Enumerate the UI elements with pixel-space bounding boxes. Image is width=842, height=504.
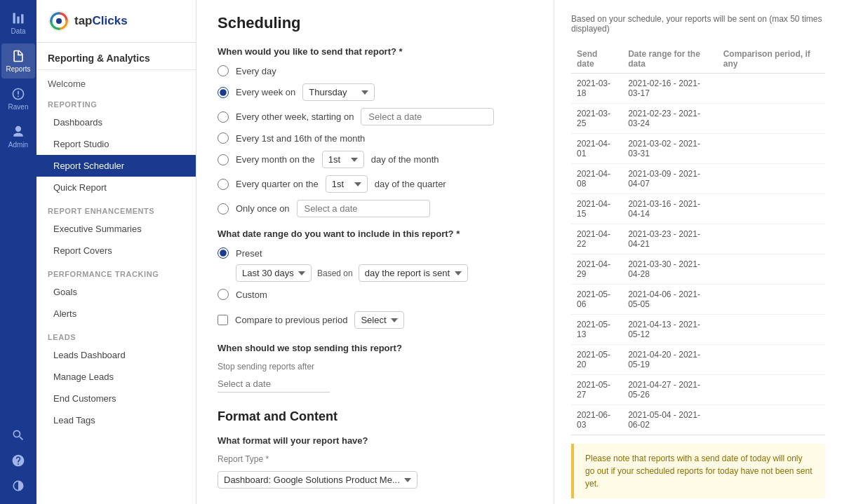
tapclicks-logo-icon: [48, 10, 70, 32]
option-1st-16th: Every 1st and 16th of the month: [218, 132, 533, 144]
svg-point-1: [56, 18, 62, 24]
rail-theme[interactable]: [1, 473, 35, 498]
report-type-select[interactable]: Dashboard: Google Solutions Product Me..…: [218, 471, 417, 489]
option-every-week: Every week on Sunday Monday Tuesday Wedn…: [218, 83, 533, 101]
sidebar-item-report-scheduler[interactable]: Report Scheduler: [36, 155, 196, 177]
compare-checkbox[interactable]: [218, 315, 228, 325]
report-type-label: Report Type *: [218, 454, 533, 464]
admin-icon: [11, 125, 25, 139]
radio-custom[interactable]: [218, 289, 229, 300]
radio-1st-16th[interactable]: [218, 132, 229, 144]
sidebar-item-goals[interactable]: Goals: [36, 281, 196, 303]
label-every-quarter-post: day of the quarter: [375, 179, 446, 189]
rail-item-raven[interactable]: Raven: [1, 81, 35, 116]
radio-every-week[interactable]: [218, 87, 229, 98]
cell-date-range: 2021-03-30 - 2021-04-28: [622, 254, 718, 285]
section-label-leads: LEADS: [36, 325, 196, 344]
cell-date-range: 2021-04-20 - 2021-05-19: [622, 345, 718, 375]
radio-every-other-week[interactable]: [218, 111, 229, 123]
sidebar-item-report-covers[interactable]: Report Covers: [36, 240, 196, 261]
sidebar-section-enhancements: REPORT ENHANCEMENTS Executive Summaries …: [36, 198, 196, 261]
rail-label-data: Data: [11, 27, 25, 35]
stop-date-input[interactable]: [218, 376, 330, 393]
other-week-date-input[interactable]: [361, 108, 494, 125]
rail-item-admin[interactable]: Admin: [1, 119, 35, 154]
col-send-date: Send date: [571, 45, 622, 74]
compare-row: Compare to previous period Select: [218, 311, 533, 329]
label-only-once: Only once on: [236, 203, 290, 214]
rail-item-reports[interactable]: Reports: [1, 43, 35, 79]
radio-every-month[interactable]: [218, 154, 229, 165]
panel-note: Based on your schedule, your reports wil…: [571, 14, 825, 34]
option-every-month: Every month on the 1st 2nd 3rd 15th Last…: [218, 151, 533, 168]
option-every-other-week: Every other week, starting on: [218, 108, 533, 125]
radio-every-quarter[interactable]: [218, 179, 229, 190]
cell-comparison: [718, 224, 825, 254]
sidebar-title: Reporting & Analytics: [36, 43, 196, 70]
month-day-select[interactable]: 1st 2nd 3rd 15th Last: [322, 151, 364, 168]
sidebar-item-report-studio[interactable]: Report Studio: [36, 133, 196, 155]
when-heading: When would you like to send that report?…: [218, 46, 533, 57]
radio-preset[interactable]: [218, 247, 229, 259]
quarter-day-select[interactable]: 1st 2nd 3rd 15th Last: [326, 175, 368, 193]
only-once-date-input[interactable]: [297, 200, 430, 217]
cell-date-range: 2021-03-09 - 2021-04-07: [622, 164, 718, 194]
stop-sending-heading: When should we stop sending this report?: [218, 343, 533, 353]
sidebar-section-leads: LEADS Leads Dashboard Manage Leads End C…: [36, 325, 196, 431]
preset-period-select[interactable]: Last 30 days Last 7 days Last 14 days La…: [236, 264, 312, 282]
rail-item-data[interactable]: Data: [1, 6, 35, 41]
sidebar-item-manage-leads[interactable]: Manage Leads: [36, 366, 196, 388]
cell-comparison: [718, 285, 825, 315]
section-label-performance: PERFORMANCE TRACKING: [36, 261, 196, 281]
preset-controls: Last 30 days Last 7 days Last 14 days La…: [236, 264, 533, 282]
data-icon: [11, 11, 25, 25]
sidebar-item-alerts[interactable]: Alerts: [36, 303, 196, 325]
sidebar-item-quick-report[interactable]: Quick Report: [36, 177, 196, 198]
label-every-month-pre: Every month on the: [236, 154, 315, 165]
rail-help[interactable]: [1, 448, 35, 473]
main-content: Scheduling When would you like to send t…: [196, 0, 842, 504]
cell-send-date: 2021-05-06: [571, 285, 622, 315]
radio-every-day[interactable]: [218, 65, 229, 76]
weekday-select[interactable]: Sunday Monday Tuesday Wednesday Thursday…: [302, 83, 375, 101]
logo: tapClicks: [36, 0, 196, 43]
cell-send-date: 2021-05-20: [571, 345, 622, 375]
cell-date-range: 2021-03-16 - 2021-04-14: [622, 194, 718, 224]
based-on-select[interactable]: day the report is sent calendar month pr…: [359, 264, 468, 282]
format-heading: Format and Content: [218, 409, 533, 424]
rail-search[interactable]: [1, 423, 35, 448]
sidebar-item-leads-dashboard[interactable]: Leads Dashboard: [36, 344, 196, 366]
compare-label: Compare to previous period: [235, 315, 347, 325]
cell-date-range: 2021-04-13 - 2021-05-12: [622, 315, 718, 345]
cell-date-range: 2021-02-23 - 2021-03-24: [622, 104, 718, 134]
alert-text: Please note that reports with a send dat…: [585, 454, 813, 489]
sidebar-item-executive-summaries[interactable]: Executive Summaries: [36, 218, 196, 240]
rail-label-raven: Raven: [8, 103, 29, 111]
sidebar-item-dashboards[interactable]: Dashboards: [36, 111, 196, 133]
cell-date-range: 2021-03-23 - 2021-04-21: [622, 224, 718, 254]
sidebar-item-lead-tags[interactable]: Lead Tags: [36, 409, 196, 431]
label-every-other-week: Every other week, starting on: [236, 111, 354, 122]
frequency-options: Every day Every week on Sunday Monday Tu…: [218, 65, 533, 217]
date-range-heading: What date range do you want to include i…: [218, 229, 533, 239]
section-label-reporting: REPORTING: [36, 92, 196, 111]
stop-sending-section: When should we stop sending this report?…: [218, 343, 533, 393]
sidebar-welcome[interactable]: Welcome: [36, 70, 196, 92]
label-every-week: Every week on: [236, 87, 295, 97]
radio-only-once[interactable]: [218, 203, 229, 214]
table-row: 2021-05-06 2021-04-06 - 2021-05-05: [571, 285, 825, 315]
table-row: 2021-04-01 2021-03-02 - 2021-03-31: [571, 134, 825, 164]
icon-rail: Data Reports Raven Admin: [0, 0, 36, 504]
reports-icon: [11, 49, 25, 63]
cell-comparison: [718, 74, 825, 104]
sidebar-item-end-customers[interactable]: End Customers: [36, 388, 196, 409]
date-range-options: Preset Last 30 days Last 7 days Last 14 …: [218, 247, 533, 300]
label-every-month-post: day of the month: [371, 154, 439, 165]
table-row: 2021-04-22 2021-03-23 - 2021-04-21: [571, 224, 825, 254]
cell-comparison: [718, 315, 825, 345]
compare-select[interactable]: Select: [354, 311, 404, 329]
cell-comparison: [718, 104, 825, 134]
cell-send-date: 2021-04-08: [571, 164, 622, 194]
cell-comparison: [718, 254, 825, 285]
cell-date-range: 2021-04-27 - 2021-05-26: [622, 375, 718, 405]
